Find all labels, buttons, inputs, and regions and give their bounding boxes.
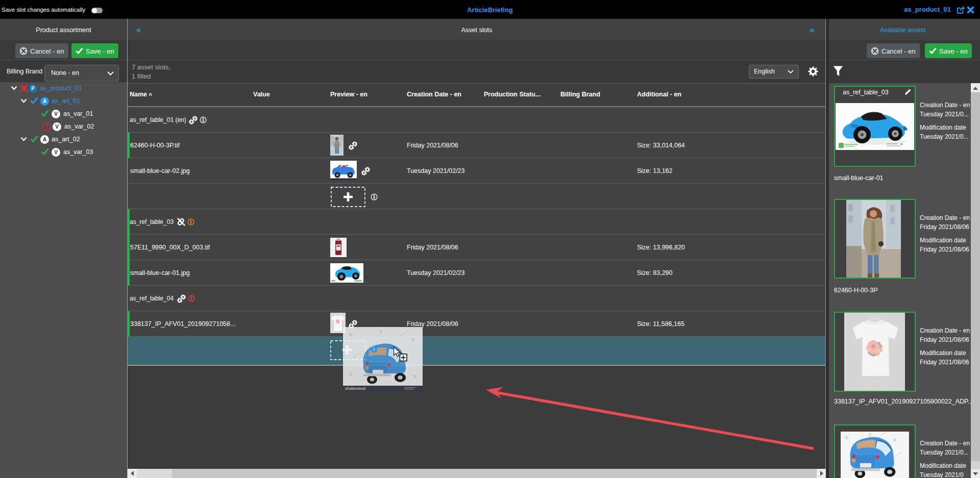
- svg-text:shutterstock: shutterstock: [345, 386, 366, 391]
